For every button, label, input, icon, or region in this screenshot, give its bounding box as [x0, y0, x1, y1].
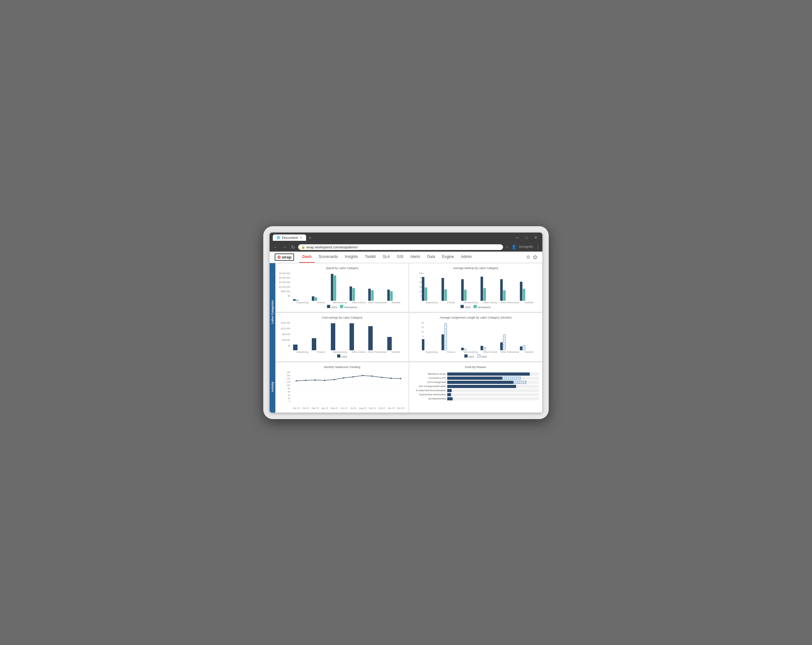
maximize-btn[interactable]: □ — [524, 235, 530, 240]
spend-chart: Spend by Labor Category $2,500,000 $2,00… — [275, 263, 409, 312]
markup-legend: 2023 Workspend — [412, 305, 539, 309]
svg-point-13 — [371, 375, 373, 377]
nav-item-data[interactable]: Data — [424, 252, 438, 263]
svg-point-10 — [343, 377, 345, 379]
new-tab-btn[interactable]: + — [308, 235, 311, 240]
bar-group — [520, 345, 539, 350]
cost-savings-legend: 2023 — [279, 355, 405, 358]
incognito-label: Incognito — [519, 245, 533, 249]
bar-group — [481, 346, 499, 350]
h-bar-fill-dark — [447, 381, 513, 384]
profile-icon[interactable]: 👤 — [511, 245, 516, 249]
list-item: E-Verify Final Nonconfirmation — [412, 389, 539, 392]
tablet-frame: 🌐 Document ✕ + — □ ✕ ← → ↻ 🔒 wrap.worksp… — [263, 226, 549, 419]
bar-group — [422, 277, 441, 301]
h-bar-fill — [447, 397, 453, 400]
forward-btn[interactable]: → — [281, 244, 288, 250]
activity-label: Activity — [270, 361, 275, 413]
h-bar-label: Job Abandonment — [412, 397, 447, 400]
ends-by-reason-title: Ends By Reason — [412, 365, 539, 369]
bar-group — [461, 348, 480, 350]
bar-group — [368, 289, 386, 301]
h-bar-label: E-Verify Final Nonconfirmation — [412, 389, 447, 391]
h-bar-label: Converted to FTE — [412, 377, 447, 379]
bar-2023 — [368, 289, 371, 301]
tab-close-btn[interactable]: ✕ — [300, 236, 302, 239]
nav-item-toolkit[interactable]: Toolkit — [362, 252, 379, 263]
back-btn[interactable]: ← — [272, 244, 279, 250]
list-item: End of Assignment/Position — [412, 385, 539, 388]
svg-point-6 — [305, 379, 307, 381]
svg-point-7 — [314, 379, 316, 381]
markup-chart-title: Average Markup by Labor Category — [412, 266, 539, 270]
toolbar-icons: ☆ 👤 Incognito ⋮ — [505, 245, 540, 249]
ends-by-reason-chart: Ends By Reason Attendance Issues Convert… — [409, 362, 542, 413]
app-nav: ⊞ wrap Dash Scorecards Insights Toolkit … — [270, 252, 542, 263]
bar-ws — [296, 300, 298, 301]
assignment-chart: Average Assignment Length by Labor Categ… — [409, 312, 542, 362]
bar-group — [481, 277, 499, 301]
bar-ws — [314, 297, 317, 301]
cost-savings-x-labels: Engineering Finance Manufacturing Office… — [279, 351, 405, 353]
assignment-x-labels: Engineering Finance Manufacturing Office… — [412, 351, 539, 353]
nav-item-dash[interactable]: Dash — [299, 252, 314, 263]
settings-icon[interactable]: ⚙ — [526, 254, 530, 260]
refresh-btn[interactable]: ↻ — [290, 244, 296, 250]
h-bar-track — [447, 381, 539, 384]
h-bar-fill — [447, 393, 451, 396]
bar-group — [461, 279, 480, 301]
headcount-y-axis: 180 160 140 120 100 80 60 40 20 0 — [279, 371, 291, 403]
nav-item-alerts[interactable]: Alerts — [407, 252, 423, 263]
logo-text: wrap — [282, 255, 292, 260]
bar-2023 — [312, 297, 314, 301]
power-icon[interactable]: ⏻ — [533, 254, 537, 260]
cost-savings-chart: Cost savings by Labor Category $160,000 … — [275, 312, 409, 362]
dashboard: Labor Categories Activity Spend by Labor… — [270, 263, 542, 413]
h-bar-fill — [447, 373, 530, 376]
menu-icon[interactable]: ⋮ — [536, 245, 540, 249]
nav-item-admin[interactable]: Admin — [458, 252, 475, 263]
minimize-btn[interactable]: — — [514, 235, 521, 240]
titlebar-controls: — □ ✕ — [514, 235, 539, 240]
h-bar-track — [447, 373, 539, 376]
markup-bar-chart — [412, 272, 539, 301]
bar-group — [350, 286, 368, 301]
nav-item-engine[interactable]: Engine — [439, 252, 457, 263]
markup-x-labels: Engineering Finance Manufacturing Office… — [412, 301, 539, 304]
bar-group — [312, 297, 330, 301]
activity-section: Monthly Headcount Trending 180 160 140 1… — [275, 362, 542, 413]
address-bar[interactable]: 🔒 wrap.workspend.com/wrapdemo/ — [298, 244, 503, 250]
headcount-line-svg — [292, 371, 405, 403]
headcount-title: Monthly Headcount Trending — [279, 365, 405, 369]
bar-group — [441, 323, 461, 350]
h-bar-label: Attendance Issues — [412, 373, 447, 375]
url-display: wrap.workspend.com/wrapdemo/ — [307, 245, 357, 249]
close-btn[interactable]: ✕ — [532, 235, 539, 240]
assignment-bar-chart — [412, 322, 539, 350]
nav-item-sla[interactable]: SLA — [379, 252, 393, 263]
browser-tab[interactable]: 🌐 Document ✕ — [273, 234, 306, 241]
h-bar-track — [447, 397, 539, 400]
browser-titlebar: 🌐 Document ✕ + — □ ✕ — [270, 232, 542, 243]
nav-item-scorecards[interactable]: Scorecards — [315, 252, 341, 263]
h-bar-fill — [447, 385, 516, 388]
h-bar-fill-dark — [447, 377, 502, 380]
headcount-chart: Monthly Headcount Trending 180 160 140 1… — [275, 362, 409, 413]
bar-group — [500, 279, 519, 301]
list-item: Attendance Issues — [412, 373, 539, 376]
bar-group — [331, 323, 349, 350]
svg-point-12 — [362, 375, 363, 376]
bar-group — [500, 335, 519, 350]
labor-categories-label: Labor Categories — [270, 263, 275, 361]
star-icon[interactable]: ☆ — [505, 245, 509, 249]
markup-chart: Average Markup by Labor Category 90% 70%… — [409, 263, 542, 312]
bar-group — [331, 274, 349, 301]
bar-2023 — [350, 286, 352, 301]
h-bar-label: End of Assignment/Position — [412, 385, 447, 387]
assignment-title: Average Assignment Length by Labor Categ… — [412, 316, 539, 319]
nav-item-insights[interactable]: Insights — [342, 252, 361, 263]
tab-title: Document — [282, 236, 298, 240]
svg-point-5 — [296, 380, 297, 381]
browser-window: 🌐 Document ✕ + — □ ✕ ← → ↻ 🔒 wrap.worksp… — [270, 232, 542, 413]
nav-item-gis[interactable]: GIS — [394, 252, 407, 263]
